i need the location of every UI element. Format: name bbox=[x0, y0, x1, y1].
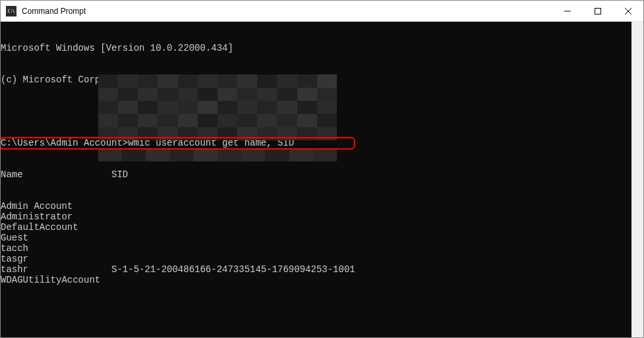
terminal-area[interactable]: Microsoft Windows [Version 10.0.22000.43… bbox=[1, 22, 643, 337]
command-prompt-window: C:\ Command Prompt Microsoft Windows [Ve… bbox=[0, 0, 644, 338]
cmd-icon: C:\ bbox=[6, 6, 16, 16]
account-row: tasgr bbox=[1, 254, 631, 264]
window-title: Command Prompt bbox=[22, 7, 86, 16]
minimize-button[interactable] bbox=[552, 1, 583, 22]
titlebar-left: C:\ Command Prompt bbox=[1, 6, 86, 16]
col-header-sid: SID bbox=[111, 169, 128, 180]
account-row: WDAGUtilityAccount bbox=[1, 275, 631, 285]
command-text: wmic useraccount get name, SID bbox=[128, 138, 294, 148]
account-row: Admin Account bbox=[1, 201, 631, 211]
prompt-path: C:\Users\Admin Account> bbox=[1, 138, 128, 148]
account-row: tacch bbox=[1, 243, 631, 254]
account-row: DefaultAccount bbox=[1, 222, 631, 233]
account-row: Guest bbox=[1, 233, 631, 243]
banner-line: (c) Microsoft Corporation. All rights re… bbox=[1, 74, 631, 85]
banner-line: Microsoft Windows [Version 10.0.22000.43… bbox=[1, 43, 631, 53]
maximize-button[interactable] bbox=[583, 1, 613, 22]
account-row: Administrator bbox=[1, 211, 631, 222]
blank-line bbox=[1, 306, 631, 317]
window-controls bbox=[552, 1, 643, 21]
svg-rect-1 bbox=[595, 9, 601, 14]
blank-line bbox=[1, 106, 631, 117]
redacted-overlay bbox=[98, 150, 337, 161]
col-header-name: Name bbox=[1, 169, 23, 180]
account-row: tashr S-1-5-21-200486166-247335145-17690… bbox=[1, 264, 631, 275]
header-row: Name SID bbox=[1, 169, 631, 180]
titlebar[interactable]: C:\ Command Prompt bbox=[1, 1, 643, 22]
prompt-line: C:\Users\Admin Account>wmic useraccount … bbox=[1, 138, 631, 148]
close-button[interactable] bbox=[613, 1, 643, 22]
